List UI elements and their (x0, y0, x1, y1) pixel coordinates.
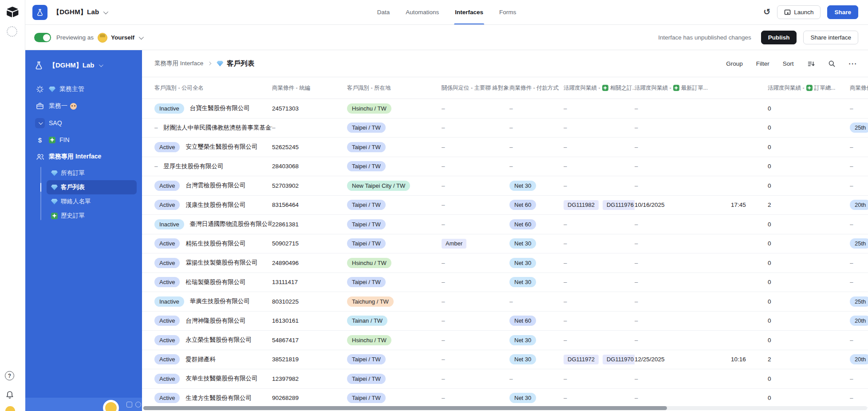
order-link-badge[interactable]: DG111970 (603, 355, 635, 364)
cell-related-orders[interactable]: – (564, 337, 635, 344)
cell-tax-id[interactable]: 90268289 (272, 395, 347, 401)
sidebar-footer-icon[interactable] (126, 402, 132, 407)
cell-order-count[interactable]: 0 (768, 221, 850, 228)
filter-button[interactable]: Filter (756, 60, 769, 67)
preview-toggle[interactable] (34, 33, 51, 42)
cell-billing-day[interactable]: – (850, 260, 868, 266)
cell-related-orders[interactable]: – (564, 124, 635, 131)
cell-order-count[interactable]: 2 (768, 202, 850, 208)
cell-latest-order[interactable]: – (635, 375, 768, 382)
cell-contact[interactable]: – (442, 163, 509, 170)
column-header-4[interactable]: 關係與定位 - 主要聯 絡對象 (442, 84, 509, 92)
cell-location[interactable]: Taichung / TW (347, 296, 442, 307)
cell-payment-terms[interactable]: Net 30 (509, 258, 564, 268)
cell-tax-id[interactable]: 52625245 (272, 144, 347, 150)
scrollbar-thumb[interactable] (143, 406, 667, 410)
cell-location[interactable]: Taipei / TW (347, 238, 442, 249)
sidebar-item-業務專用 Interface[interactable]: 業務專用 Interface (30, 148, 138, 165)
table-row[interactable]: Active友華生技醫藥股份有限公司12397982Taipei / TW–––… (142, 369, 868, 389)
cell-company[interactable]: Active漢康生技股份有限公司 (154, 200, 272, 210)
cell-location[interactable]: Taipei / TW (347, 161, 442, 171)
cell-company[interactable]: Active台灣雲檢股份有限公司 (154, 181, 272, 191)
preview-user-chevron-icon[interactable] (139, 34, 144, 39)
cell-order-count[interactable]: 0 (768, 163, 850, 170)
column-header-5[interactable]: 商業條件 - 付款方式 (509, 84, 564, 92)
cell-tax-id[interactable]: 12397982 (272, 375, 347, 382)
column-header-2[interactable]: 商業條件 - 統編 (272, 84, 347, 92)
table-row[interactable]: Inactive臺灣日通國際物流股份有限公司22861381Taipei / T… (142, 215, 868, 234)
sidebar-footer-avatar[interactable] (103, 400, 119, 411)
cell-payment-terms[interactable]: Net 30 (509, 335, 564, 345)
tab-automations[interactable]: Automations (406, 0, 439, 24)
cell-related-orders[interactable]: – (564, 298, 635, 305)
cell-related-orders[interactable]: – (564, 163, 635, 170)
cell-related-orders[interactable]: – (564, 395, 635, 401)
table-row[interactable]: Active安立璽榮生醫股份有限公司52625245Taipei / TW–––… (142, 138, 868, 157)
airtable-logo-icon[interactable] (5, 5, 20, 19)
cell-contact[interactable]: – (442, 182, 509, 189)
cell-related-orders[interactable]: – (564, 375, 635, 382)
cell-company[interactable]: Active友華生技醫藥股份有限公司 (154, 374, 272, 384)
cell-latest-order[interactable]: – (635, 240, 768, 247)
column-header-6[interactable]: 活躍度與業績 - 相關之訂... (564, 84, 635, 92)
sidebar-page-客戶列表[interactable]: 客戶列表 (47, 180, 137, 194)
sidebar-item-業務主管[interactable]: 業務主管 (30, 81, 138, 98)
cell-payment-terms[interactable]: Net 30 (509, 277, 564, 287)
order-link-badge[interactable]: DG111976 (603, 200, 635, 210)
cell-tax-id[interactable]: – (272, 124, 347, 131)
cell-company[interactable]: Active安立璽榮生醫股份有限公司 (154, 142, 272, 152)
cell-billing-day[interactable]: 25th (850, 123, 868, 133)
share-interface-button[interactable]: Share interface (803, 31, 858, 44)
cell-billing-day[interactable]: 25th (850, 238, 868, 249)
cell-order-count[interactable]: 0 (768, 279, 850, 285)
cell-contact[interactable]: – (442, 395, 509, 401)
cell-contact[interactable]: – (442, 221, 509, 228)
cell-payment-terms[interactable]: Net 30 (509, 354, 564, 364)
breadcrumb[interactable]: 業務專用 Interface (154, 59, 203, 67)
cell-order-count[interactable]: 0 (768, 124, 850, 131)
cell-billing-day[interactable]: – (850, 182, 868, 189)
cell-billing-day[interactable]: – (850, 375, 868, 382)
tab-forms[interactable]: Forms (499, 0, 516, 24)
cell-tax-id[interactable]: 83156464 (272, 202, 347, 208)
cell-billing-day[interactable]: – (850, 395, 868, 401)
cell-related-orders[interactable]: – (564, 240, 635, 247)
help-icon[interactable]: ? (5, 371, 14, 380)
cell-contact[interactable]: – (442, 279, 509, 285)
cell-contact[interactable]: – (442, 202, 509, 208)
cell-location[interactable]: Taipei / TW (347, 142, 442, 152)
cell-order-count[interactable]: 0 (768, 337, 850, 344)
cell-contact[interactable]: – (442, 356, 509, 363)
publish-button[interactable]: Publish (761, 31, 797, 44)
cell-related-orders[interactable]: – (564, 182, 635, 189)
table-row[interactable]: Active愛群婦產科38521819Taipei / TW–Net 30DG1… (142, 350, 868, 370)
cell-location[interactable]: New Taipei City / TW (347, 181, 442, 191)
cell-latest-order[interactable]: – (635, 279, 768, 285)
cell-location[interactable]: Taipei / TW (347, 393, 442, 403)
cell-related-orders[interactable]: DG111982DG111976 (564, 200, 635, 210)
cell-location[interactable]: Taipei / TW (347, 354, 442, 364)
table-row[interactable]: Active台灣神隆股份有限公司16130161Tainan / TW–Net … (142, 312, 868, 331)
cell-company[interactable]: Inactive華廣生技股份有限公司 (154, 296, 272, 307)
more-options-button[interactable]: ··· (849, 60, 858, 67)
cell-company[interactable]: Active松瑞製藥股份有限公司 (154, 277, 272, 287)
cell-company[interactable]: –財團法人中華民國佛教慈濟慈善事業基金會 (154, 124, 272, 132)
cell-tax-id[interactable]: 13111417 (272, 279, 347, 285)
cell-latest-order[interactable]: 10/16/202517:45 (635, 202, 768, 208)
cell-location[interactable]: Taipei / TW (347, 277, 442, 287)
cell-contact[interactable]: – (442, 298, 509, 305)
table-row[interactable]: Active漢康生技股份有限公司83156464Taipei / TW–Net … (142, 196, 868, 215)
cell-tax-id[interactable]: 38521819 (272, 356, 347, 363)
sidebar-page-聯絡人名單[interactable]: 聯絡人名單 (47, 194, 137, 209)
cell-related-orders[interactable]: – (564, 279, 635, 285)
cell-billing-day[interactable]: – (850, 337, 868, 344)
cell-location[interactable]: Taipei / TW (347, 219, 442, 229)
cell-company[interactable]: –昱厚生技股份有限公司 (154, 162, 272, 170)
group-button[interactable]: Group (726, 60, 743, 67)
cell-contact[interactable]: – (442, 337, 509, 344)
cell-contact[interactable]: – (442, 260, 509, 266)
table-row[interactable]: –財團法人中華民國佛教慈濟慈善事業基金會–Taipei / TW––––025t… (142, 119, 868, 138)
cell-tax-id[interactable]: 24890496 (272, 260, 347, 266)
table-row[interactable]: Active台灣雲檢股份有限公司52703902New Taipei City … (142, 176, 868, 196)
cell-location[interactable]: Hsinchu / TW (347, 258, 442, 268)
